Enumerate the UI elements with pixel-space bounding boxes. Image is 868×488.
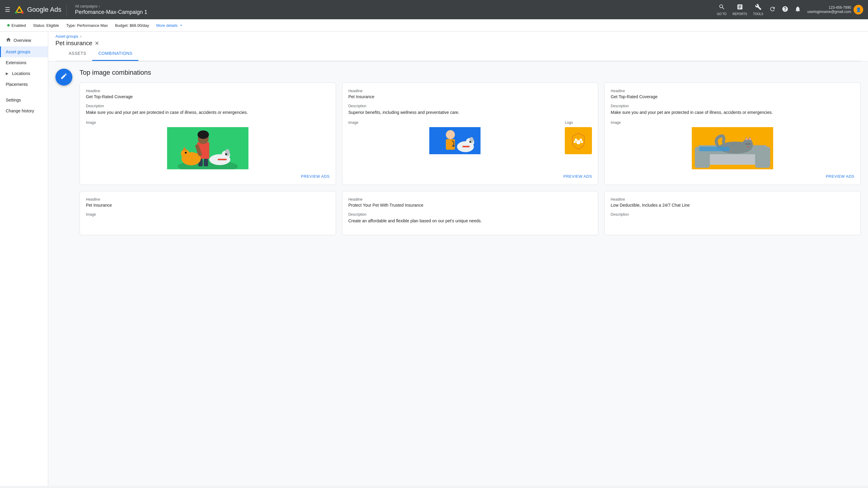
user-phone: 123-456-7890 bbox=[807, 5, 851, 10]
expand-icon: ▶ bbox=[6, 71, 8, 76]
svg-point-34 bbox=[575, 138, 577, 141]
search-icon bbox=[718, 4, 725, 12]
sidebar-item-change-history[interactable]: Change history bbox=[0, 105, 48, 116]
sidebar-item-settings[interactable]: Settings bbox=[0, 95, 48, 105]
svg-rect-13 bbox=[204, 159, 208, 166]
card-1-desc-label: Description bbox=[86, 104, 330, 108]
sidebar: Overview Asset groups Extensions ▶ Locat… bbox=[0, 32, 48, 486]
card-3-image bbox=[611, 127, 855, 169]
reports-button[interactable]: REPORTS bbox=[733, 4, 747, 16]
svg-point-11 bbox=[197, 130, 209, 139]
avatar[interactable]: 👤 bbox=[854, 5, 863, 14]
combinations-layout: Top image combinations Headline Get Top-… bbox=[56, 69, 861, 235]
top-nav: ☰ Google Ads All campaigns › Perfomance-… bbox=[0, 0, 868, 19]
card-3-desc-label: Description bbox=[611, 104, 855, 108]
sidebar-item-extensions-label: Extensions bbox=[6, 60, 26, 65]
card-3-headline-label: Headline bbox=[611, 89, 855, 93]
card-2-image-col: Image bbox=[348, 121, 561, 154]
all-campaigns[interactable]: All campaigns › bbox=[75, 4, 713, 8]
close-icon[interactable]: ✕ bbox=[95, 40, 99, 47]
svg-point-35 bbox=[580, 138, 582, 141]
svg-point-31 bbox=[469, 141, 471, 143]
hamburger-icon[interactable]: ☰ bbox=[5, 6, 10, 13]
card-2-image-label: Image bbox=[348, 121, 561, 125]
edit-fab-button[interactable] bbox=[56, 69, 72, 86]
card-3-preview-button[interactable]: PREVIEW ADS bbox=[611, 169, 855, 178]
goto-button[interactable]: GO TO bbox=[717, 4, 727, 16]
bottom-card-1-headline-label: Headline bbox=[86, 197, 330, 201]
reports-label: REPORTS bbox=[733, 12, 747, 16]
sidebar-item-placements-label: Placements bbox=[6, 82, 28, 87]
card-2-images-row: Image bbox=[348, 121, 592, 154]
nav-actions: GO TO REPORTS TOOLS 123-456-7890 userl bbox=[717, 4, 863, 16]
tab-assets[interactable]: ASSETS bbox=[63, 47, 92, 61]
sidebar-item-asset-groups[interactable]: Asset groups bbox=[0, 46, 48, 57]
page-title: Pet insurance bbox=[56, 40, 92, 47]
svg-rect-22 bbox=[218, 159, 227, 160]
refresh-button[interactable] bbox=[769, 6, 776, 14]
combination-card-2: Headline Pet Insurance Description Super… bbox=[342, 83, 598, 185]
bottom-card-3-desc-label: Description bbox=[611, 213, 855, 217]
svg-point-17 bbox=[185, 152, 187, 154]
breadcrumb-area: Asset groups › Pet insurance ✕ ASSETS CO… bbox=[48, 32, 868, 61]
sidebar-item-overview[interactable]: Overview bbox=[0, 34, 48, 46]
svg-point-37 bbox=[581, 141, 583, 143]
card-2-image bbox=[348, 127, 561, 154]
notifications-button[interactable] bbox=[795, 6, 801, 14]
campaign-name: Perfomance-Max-Campaign 1 bbox=[75, 9, 713, 15]
status-budget: Budget: $68.00/day bbox=[115, 23, 149, 28]
status-type: Type: Performance Max bbox=[66, 23, 108, 28]
card-1-desc: Make sure you and your pet are protected… bbox=[86, 109, 330, 116]
svg-point-27 bbox=[452, 144, 455, 147]
sidebar-item-locations-label: Locations bbox=[12, 71, 30, 76]
svg-point-21 bbox=[225, 153, 227, 155]
svg-point-20 bbox=[225, 149, 230, 156]
sidebar-item-placements[interactable]: Placements bbox=[0, 79, 48, 90]
svg-rect-50 bbox=[700, 147, 730, 151]
card-2-preview-button[interactable]: PREVIEW ADS bbox=[348, 169, 592, 178]
more-details-button[interactable]: More details bbox=[156, 23, 184, 28]
tools-icon bbox=[755, 4, 762, 12]
status-eligible: Status: Eligible bbox=[33, 23, 59, 28]
card-1-headline-label: Headline bbox=[86, 89, 330, 93]
combination-card-1: Headline Get Top-Rated Coverage Descript… bbox=[80, 83, 336, 185]
bottom-cards-grid: Headline Pet Insurance Image Headline Pr… bbox=[80, 191, 861, 235]
card-2-headline-label: Headline bbox=[348, 89, 592, 93]
bottom-card-3-headline: Low Deductible, Includes a 24/7 Chat Lin… bbox=[611, 203, 855, 207]
card-2-logo-col: Logo bbox=[565, 121, 592, 154]
breadcrumb[interactable]: Asset groups › bbox=[56, 34, 861, 38]
sidebar-item-locations[interactable]: ▶ Locations bbox=[0, 68, 48, 79]
sidebar-item-extensions[interactable]: Extensions bbox=[0, 57, 48, 68]
help-button[interactable] bbox=[782, 6, 788, 14]
logo-area: Google Ads bbox=[14, 4, 67, 15]
bottom-card-2-headline: Protect Your Pet With Trusted Insurance bbox=[348, 203, 592, 207]
goto-label: GO TO bbox=[717, 12, 727, 16]
combinations-main: Top image combinations Headline Get Top-… bbox=[80, 69, 861, 235]
combination-card-3: Headline Get Top-Rated Coverage Descript… bbox=[604, 83, 861, 185]
card-3-desc: Make sure you and your pet are protected… bbox=[611, 109, 855, 116]
campaign-info: All campaigns › Perfomance-Max-Campaign … bbox=[70, 4, 713, 15]
bottom-card-2-desc: Create an affordable and flexible plan b… bbox=[348, 218, 592, 224]
sidebar-item-change-history-label: Change history bbox=[6, 108, 34, 113]
section-title: Top image combinations bbox=[80, 69, 861, 76]
bottom-card-1: Headline Pet Insurance Image bbox=[80, 191, 336, 235]
card-1-preview-button[interactable]: PREVIEW ADS bbox=[86, 169, 330, 178]
cards-grid: Headline Get Top-Rated Coverage Descript… bbox=[80, 83, 861, 185]
bottom-card-1-headline: Pet Insurance bbox=[86, 203, 330, 207]
bottom-card-2-desc-label: Description bbox=[348, 213, 592, 217]
tools-button[interactable]: TOOLS bbox=[753, 4, 764, 16]
status-bar: Enabled Status: Eligible Type: Performan… bbox=[0, 19, 868, 32]
svg-point-6 bbox=[22, 11, 24, 13]
enabled-dot bbox=[7, 24, 10, 27]
svg-point-44 bbox=[742, 139, 753, 150]
page-title-row: Pet insurance ✕ bbox=[56, 38, 861, 47]
svg-point-33 bbox=[576, 140, 581, 144]
tabs: ASSETS COMBINATIONS bbox=[56, 47, 861, 61]
tab-combinations[interactable]: COMBINATIONS bbox=[92, 47, 138, 61]
status-label: Enabled bbox=[11, 23, 26, 28]
user-email: userloginname@gmail.com bbox=[807, 10, 851, 14]
status-enabled: Enabled bbox=[7, 23, 26, 28]
app-name: Google Ads bbox=[27, 6, 61, 13]
bottom-card-2-headline-label: Headline bbox=[348, 197, 592, 201]
svg-rect-32 bbox=[462, 146, 470, 147]
